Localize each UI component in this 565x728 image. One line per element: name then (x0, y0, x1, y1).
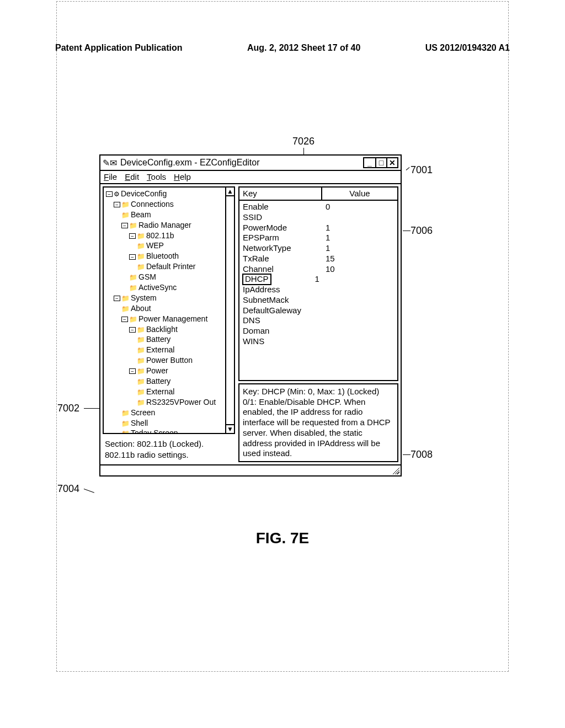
tree-external-1[interactable]: 📁External (106, 345, 234, 355)
kv-value: 1 (326, 233, 394, 243)
section-desc-line1: Section: 802.11b (Locked). (105, 438, 233, 449)
tree-activesync[interactable]: 📁ActiveSync (106, 282, 234, 293)
tree-bluetooth[interactable]: −📁Bluetooth (106, 251, 234, 261)
kv-row[interactable]: SubnetMack (243, 295, 394, 306)
tree-radio-manager[interactable]: −📁Radio Manager (106, 220, 234, 231)
kv-header: Key Value (239, 188, 397, 201)
page-header: Patent Application Publication Aug. 2, 2… (55, 43, 510, 53)
app-icon: ✎✉ (103, 158, 117, 168)
callout-7004: 7004 (57, 483, 79, 495)
tree-scrollbar[interactable]: ▲ ▼ (225, 188, 234, 433)
kv-key: PowerMode (243, 223, 326, 233)
figure-label: FIG. 7E (0, 529, 565, 547)
callout-7006: 7006 (411, 225, 433, 237)
tree-connections[interactable]: −📁Connections (106, 199, 234, 210)
tree-screen[interactable]: 📁Screen (106, 408, 234, 418)
tree-rs232[interactable]: 📁RS2325VPower Out (106, 397, 234, 408)
leader-7004 (84, 489, 94, 493)
menu-edit[interactable]: Edit (125, 172, 139, 182)
pub-type: Patent Application Publication (55, 43, 183, 53)
tree-backlight[interactable]: −📁Backlight (106, 324, 234, 335)
kv-value (326, 315, 394, 326)
tree-system[interactable]: −📁System (106, 293, 234, 303)
window-body: −⚙DeviceConfig −📁Connections 📁Beam −📁Rad… (100, 184, 401, 464)
menu-file[interactable]: File (104, 172, 117, 182)
window-title: DeviceConfig.exm - EZConfigEditor (120, 158, 363, 168)
pub-date-sheet: Aug. 2, 2012 Sheet 17 of 40 (247, 43, 360, 53)
kv-row[interactable]: Doman (243, 326, 394, 336)
kv-value (326, 306, 394, 316)
kv-row[interactable]: NetworkType1 (243, 243, 394, 254)
tree-default-printer[interactable]: 📁Default Printer (106, 261, 234, 272)
resize-grip-icon[interactable] (391, 465, 399, 474)
tree-80211b[interactable]: −📁802.11b (106, 231, 234, 241)
tree-battery-1[interactable]: 📁Battery (106, 334, 234, 345)
tree-power-mgmt[interactable]: −📁Power Management (106, 314, 234, 324)
kv-row[interactable]: DHCP1 (243, 274, 394, 285)
menu-tools[interactable]: Tools (147, 172, 166, 182)
kv-row[interactable]: DNS (243, 315, 394, 326)
tree-shell[interactable]: 📁Shell (106, 418, 234, 429)
kv-row[interactable]: DefaultGaleway (243, 306, 394, 316)
kv-row[interactable]: SSID (243, 212, 394, 223)
tree-external-2[interactable]: 📁External (106, 387, 234, 397)
minimize-button[interactable]: _ (364, 158, 375, 167)
tree-about[interactable]: 📁About (106, 303, 234, 314)
kv-key: TxRale (243, 254, 326, 264)
col-header-value[interactable]: Value (322, 188, 397, 200)
app-window: ✎✉ DeviceConfig.exm - EZConfigEditor _ □… (99, 154, 402, 477)
leader-7006 (403, 231, 411, 231)
kv-value (326, 285, 394, 295)
leader-7001 (406, 167, 410, 170)
kv-rows: Enable0SSIDPowerMode1EPSParm1NetworkType… (239, 201, 397, 348)
kv-row[interactable]: IpAddress (243, 285, 394, 295)
tree-root[interactable]: −⚙DeviceConfig (106, 189, 234, 199)
kv-value: 10 (326, 264, 394, 275)
kv-key: WINS (243, 336, 326, 347)
tree-power[interactable]: −📁Power (106, 366, 234, 376)
kv-key: DefaultGaleway (243, 306, 326, 316)
callout-7008: 7008 (411, 449, 433, 461)
window-system-buttons: _ □ ✕ (363, 157, 398, 168)
kv-value (326, 295, 394, 306)
maximize-button[interactable]: □ (375, 158, 386, 167)
kv-value (326, 212, 394, 223)
kv-key: SSID (243, 212, 326, 223)
tree-pane: −⚙DeviceConfig −📁Connections 📁Beam −📁Rad… (100, 184, 237, 464)
kv-value: 1 (326, 243, 394, 254)
kv-key: IpAddress (243, 285, 326, 295)
kv-key: Doman (243, 326, 326, 336)
tree-power-button[interactable]: 📁Power Button (106, 355, 234, 366)
tree-today-screen[interactable]: 📁Today Screen (106, 428, 234, 434)
kv-row[interactable]: WINS (243, 336, 394, 347)
kv-row[interactable]: TxRale15 (243, 254, 394, 264)
kv-value: 1 (315, 274, 394, 285)
pub-number: US 2012/0194320 A1 (425, 43, 510, 53)
kv-row[interactable]: Enable0 (243, 202, 394, 212)
kv-key: Channel (243, 264, 326, 275)
kv-row[interactable]: Channel10 (243, 264, 394, 275)
kv-row[interactable]: PowerMode1 (243, 223, 394, 233)
callout-7026: 7026 (292, 136, 315, 147)
scroll-down-icon[interactable]: ▼ (226, 424, 234, 433)
tree-battery-2[interactable]: 📁Battery (106, 376, 234, 387)
callout-7001: 7001 (411, 164, 433, 176)
tree-wep[interactable]: 📁WEP (106, 240, 234, 251)
menubar: File Edit Tools Help (100, 171, 401, 184)
details-pane: Key Value Enable0SSIDPowerMode1EPSParm1N… (237, 184, 401, 464)
kv-value: 1 (326, 223, 394, 233)
close-button[interactable]: ✕ (386, 158, 397, 167)
tree-beam[interactable]: 📁Beam (106, 210, 234, 220)
menu-help[interactable]: Help (174, 172, 191, 182)
kv-key: EPSParm (243, 233, 326, 243)
titlebar[interactable]: ✎✉ DeviceConfig.exm - EZConfigEditor _ □… (100, 156, 401, 171)
key-description: Key: DHCP (Min: 0, Max: 1) (Locked) 0/1:… (238, 383, 398, 462)
scroll-up-icon[interactable]: ▲ (226, 188, 234, 196)
tree-view[interactable]: −⚙DeviceConfig −📁Connections 📁Beam −📁Rad… (103, 186, 235, 434)
key-value-list[interactable]: Key Value Enable0SSIDPowerMode1EPSParm1N… (238, 186, 398, 381)
kv-row[interactable]: EPSParm1 (243, 233, 394, 243)
col-header-key[interactable]: Key (239, 188, 322, 200)
figure-7e: 7026 7001 7006 7008 7002 7004 7024 ✎✉ De… (99, 154, 408, 477)
kv-key: DNS (243, 315, 326, 326)
tree-gsm[interactable]: 📁GSM (106, 272, 234, 282)
